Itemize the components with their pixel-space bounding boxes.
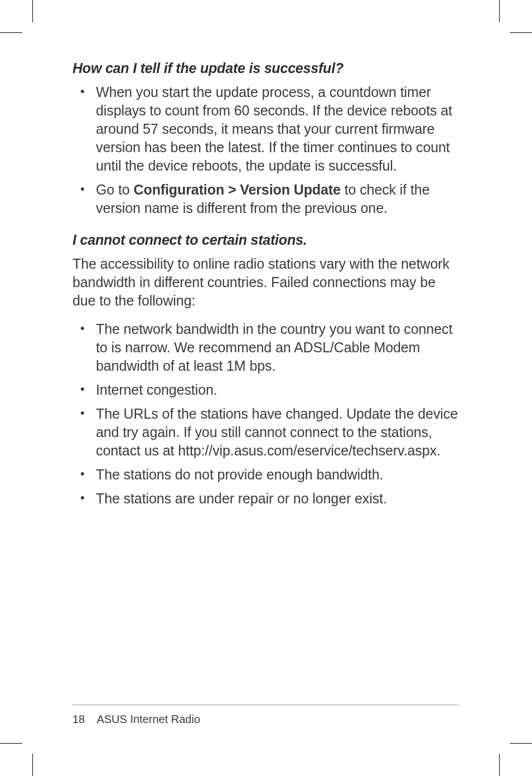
crop-mark	[0, 32, 22, 33]
page-content: How can I tell if the update is successf…	[72, 60, 460, 726]
page-number: 18	[72, 713, 85, 725]
list-item: When you start the update process, a cou…	[72, 83, 460, 175]
list-item: Go to Configuration > Version Update to …	[72, 181, 460, 217]
faq-heading-2: I cannot connect to certain stations.	[72, 232, 460, 248]
list-item: Internet congestion.	[72, 381, 460, 399]
crop-mark	[499, 754, 500, 776]
list-item: The URLs of the stations have changed. U…	[72, 405, 460, 460]
crop-mark	[499, 0, 500, 22]
faq-answer-list-1: When you start the update process, a cou…	[72, 83, 460, 217]
crop-mark	[32, 754, 33, 776]
footer-title: ASUS Internet Radio	[96, 713, 200, 725]
faq-section-2: I cannot connect to certain stations. Th…	[72, 232, 460, 508]
faq-answer-list-2: The network bandwidth in the country you…	[72, 320, 460, 508]
list-item-pre: Go to	[96, 182, 134, 197]
faq-intro-paragraph: The accessibility to online radio statio…	[72, 255, 460, 310]
faq-heading-1: How can I tell if the update is successf…	[72, 60, 460, 76]
list-item: The stations are under repair or no long…	[72, 489, 460, 508]
crop-mark	[510, 32, 532, 33]
list-item-text: When you start the update process, a cou…	[96, 84, 452, 173]
list-item: The network bandwidth in the country you…	[72, 320, 460, 375]
page-footer: 18 ASUS Internet Radio	[72, 705, 460, 726]
crop-mark	[510, 743, 532, 744]
list-item: The stations do not provide enough bandw…	[72, 465, 460, 484]
crop-mark	[0, 743, 22, 744]
list-item-bold: Configuration > Version Update	[134, 182, 341, 197]
crop-mark	[32, 0, 33, 22]
